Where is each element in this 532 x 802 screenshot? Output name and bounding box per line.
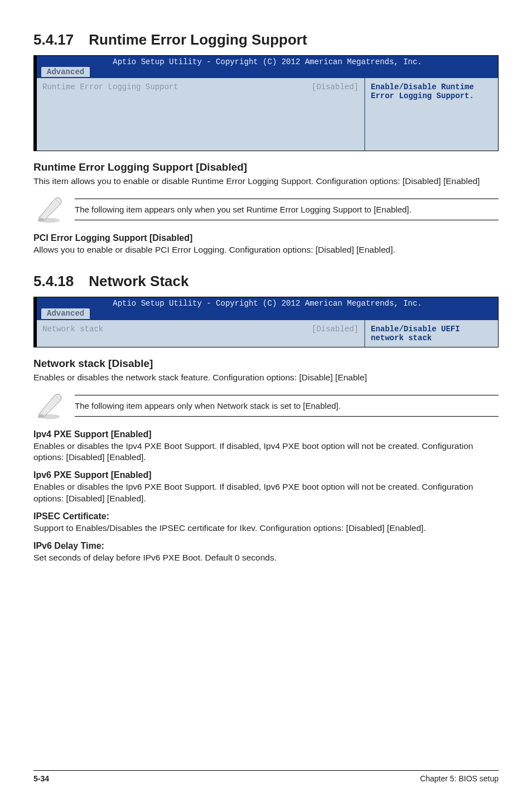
bios-help-pane: Enable/Disable UEFI network stack [364, 320, 498, 347]
bios-copyright: Aptio Setup Utility - Copyright (C) 2012… [37, 297, 498, 308]
subheading-ipv4-pxe: Ipv4 PXE Support [Enabled] [33, 429, 499, 439]
subheading-ipv6-pxe: Ipv6 PXE Support [Enabled] [33, 470, 499, 480]
chapter-label: Chapter 5: BIOS setup [420, 774, 499, 783]
page-number: 5-34 [33, 774, 49, 783]
paragraph: Enables or disables the network stack fe… [33, 372, 499, 384]
subheading-ipv6-delay: IPv6 Delay Time: [33, 541, 499, 551]
bios-screenshot-network-stack: Aptio Setup Utility - Copyright (C) 2012… [33, 297, 499, 347]
paragraph: Allows you to enable or disable PCI Erro… [33, 244, 499, 256]
bios-screenshot-runtime-error: Aptio Setup Utility - Copyright (C) 2012… [33, 55, 499, 151]
bios-left-pane: Runtime Error Logging Support [Disabled] [37, 78, 364, 151]
section-number: 5.4.18 [33, 273, 85, 290]
bios-tab-row: Advanced [37, 308, 498, 320]
paragraph: Support to Enables/Disables the IPSEC ce… [33, 523, 499, 534]
section-title: Runtime Error Logging Support [89, 31, 307, 48]
bios-setting-value: [Disabled] [312, 83, 359, 91]
note-box: The following item appears only when you… [33, 193, 499, 224]
note-text: The following item appears only when Net… [75, 398, 499, 414]
subheading-pci-error: PCI Error Logging Support [Disabled] [33, 233, 499, 243]
note-text: The following item appears only when you… [75, 201, 499, 218]
bios-setting-label: Network stack [42, 325, 103, 334]
section-heading-5-4-17: 5.4.17 Runtime Error Logging Support [33, 31, 499, 49]
subheading-network-stack: Network stack [Disable] [33, 357, 499, 370]
note-pen-icon [33, 193, 65, 224]
bios-copyright: Aptio Setup Utility - Copyright (C) 2012… [37, 56, 498, 67]
subheading-runtime-error: Runtime Error Logging Support [Disabled] [33, 161, 499, 173]
section-number: 5.4.17 [33, 31, 85, 49]
note-box: The following item appears only when Net… [33, 389, 499, 421]
section-heading-5-4-18: 5.4.18 Network Stack [33, 273, 499, 290]
paragraph: Set seconds of delay before IPv6 PXE Boo… [33, 552, 499, 564]
bios-left-pane: Network stack [Disabled] [37, 320, 364, 347]
note-pen-icon [33, 389, 65, 421]
bios-setting-label: Runtime Error Logging Support [42, 83, 178, 91]
subheading-ipsec-cert: IPSEC Certificate: [33, 511, 499, 521]
bios-setting-value: [Disabled] [312, 325, 359, 334]
paragraph: Enables or disables the Ipv6 PXE Boot Su… [33, 481, 499, 505]
bios-help-pane: Enable/Disable Runtime Error Logging Sup… [364, 78, 498, 151]
bios-tab-row: Advanced [37, 67, 498, 78]
paragraph: Enables or disables the Ipv4 PXE Boot Su… [33, 441, 499, 464]
page-footer: 5-34 Chapter 5: BIOS setup [33, 770, 499, 783]
bios-tab-advanced: Advanced [41, 67, 90, 77]
bios-tab-advanced: Advanced [41, 308, 90, 318]
section-title: Network Stack [89, 273, 188, 289]
paragraph: This item allows you to enable or disabl… [33, 176, 499, 187]
